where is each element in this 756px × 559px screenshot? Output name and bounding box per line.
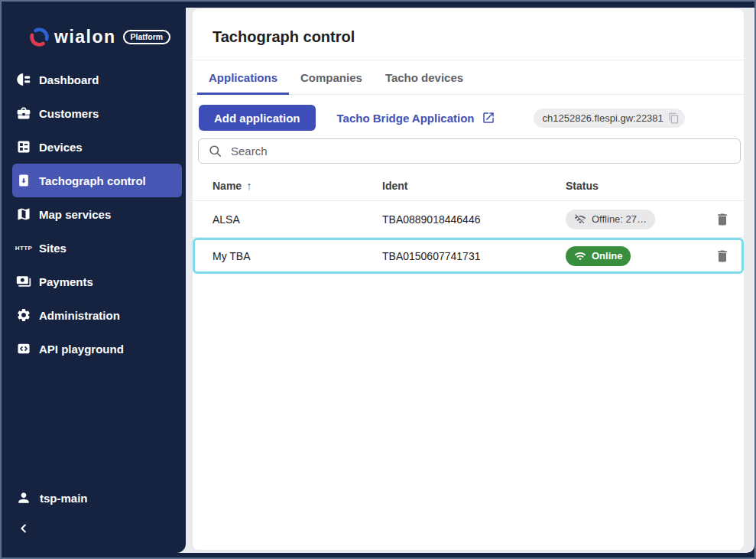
page-header: Tachograph control [193,9,744,60]
sidebar-item-label: Dashboard [39,73,99,86]
external-link-icon [482,111,495,125]
cell-status: Offline: 27… [566,210,693,229]
table-header: Name ↑ Ident Status [193,171,744,201]
toolbar: Add application Tacho Bridge Application… [193,95,744,131]
table-row-selected[interactable]: My TBA TBA0150607741731 Online [193,238,744,274]
tacho-bridge-link[interactable]: Tacho Bridge Application [337,111,495,125]
briefcase-icon [15,105,32,122]
sidebar-item-dashboard[interactable]: Dashboard [2,63,186,96]
sidebar-item-api-playground[interactable]: API playground [2,332,186,366]
sidebar-item-administration[interactable]: Administration [2,298,186,332]
search-icon [208,144,222,158]
sidebar-bottom: tsp-main [2,483,186,553]
code-icon [15,340,32,357]
sidebar-item-label: Tachograph control [39,174,146,187]
devices-icon [15,138,32,155]
sidebar-item-label: Administration [39,309,120,322]
search-bar [198,138,741,164]
sidebar-item-customers[interactable]: Customers [2,96,186,130]
content-card: Tachograph control Applications Companie… [193,9,744,550]
cell-name: ALSA [213,213,382,226]
sidebar-item-label: API playground [39,343,124,356]
sidebar-item-map-services[interactable]: Map services [2,197,186,231]
cell-ident: TBA0150607741731 [382,250,566,262]
column-header-status: Status [566,180,693,192]
sidebar-item-tachograph-control[interactable]: Tachograph control [12,164,182,197]
app-body: wialon Platform Dashboard Customers [2,8,754,553]
wifi-off-icon [574,213,586,226]
sidebar-item-label: Payments [39,275,93,288]
delete-icon[interactable] [713,210,732,229]
wifi-icon [574,250,586,262]
cell-name: My TBA [213,250,382,262]
sidebar-item-label: Sites [39,242,67,255]
platform-badge: Platform [123,30,171,44]
sort-asc-icon: ↑ [246,179,252,192]
copy-icon[interactable] [668,112,680,124]
tab-tacho-devices[interactable]: Tacho devices [374,60,475,94]
tachograph-card-icon [15,172,32,189]
wialon-swirl-icon [29,27,50,47]
sidebar-item-payments[interactable]: Payments [2,265,186,298]
tab-applications[interactable]: Applications [197,60,289,94]
status-badge-online: Online [566,246,631,266]
chevron-left-icon [17,522,31,535]
search-input[interactable] [231,145,731,158]
dashboard-icon [15,71,32,88]
http-icon: HTTP [15,239,32,256]
sidebar-item-label: Map services [39,208,111,221]
status-label: Offline: 27… [592,213,647,225]
sidebar: wialon Platform Dashboard Customers [2,8,186,553]
app-window: wialon Platform Dashboard Customers [0,0,756,559]
tab-companies[interactable]: Companies [289,60,374,94]
cell-ident: TBA0889018446446 [382,213,566,226]
column-header-name[interactable]: Name ↑ [213,179,382,192]
applications-table: Name ↑ Ident Status ALSA TBA08890 [193,171,744,274]
delete-icon[interactable] [713,247,732,265]
main-area: Tachograph control Applications Companie… [186,8,754,553]
sidebar-item-devices[interactable]: Devices [2,130,186,164]
bridge-link-label: Tacho Bridge Application [337,112,475,125]
brand-name: wialon [54,27,116,47]
sidebar-nav: Dashboard Customers Devices [2,63,186,366]
page-title: Tachograph control [213,28,725,46]
gear-icon [15,307,32,323]
host-chip: ch1252826.flespi.gw:22381 [534,109,685,128]
column-header-ident: Ident [382,180,566,192]
payments-icon [15,273,32,290]
status-label: Online [592,250,622,262]
user-name: tsp-main [40,492,88,505]
host-chip-text: ch1252826.flespi.gw:22381 [543,112,664,124]
sidebar-collapse-button[interactable] [2,513,186,544]
sidebar-item-label: Customers [39,107,99,120]
table-row[interactable]: ALSA TBA0889018446446 Offline: 27… [193,201,744,238]
user-icon [15,489,32,506]
status-badge-offline: Offline: 27… [566,210,655,229]
wialon-logo: wialon Platform [2,8,186,50]
tab-bar: Applications Companies Tacho devices [193,60,744,95]
map-icon [15,206,32,223]
sidebar-item-label: Devices [39,141,83,154]
add-application-button[interactable]: Add application [199,105,316,131]
user-menu[interactable]: tsp-main [2,483,186,513]
cell-status: Online [566,246,693,266]
sidebar-item-sites[interactable]: HTTP Sites [2,231,186,265]
